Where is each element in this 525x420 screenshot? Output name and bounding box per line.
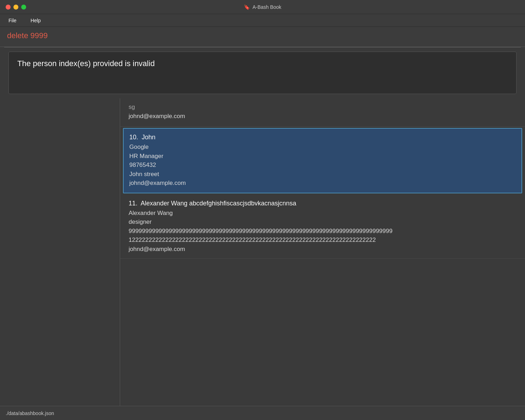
contact-address: 1222222222222222222222222222222222222222… xyxy=(129,235,517,245)
command-section: delete 9999 xyxy=(0,27,525,47)
maximize-button[interactable] xyxy=(21,5,26,10)
title-bar: 🔖 A-Bash Book xyxy=(0,0,525,14)
close-button[interactable] xyxy=(6,5,11,10)
contact-role: designer xyxy=(129,217,517,227)
window-title-container: 🔖 A-Bash Book xyxy=(244,4,282,10)
contact-phone: 9999999999999999999999999999999999999999… xyxy=(129,227,517,236)
contact-email: johnd@example.com xyxy=(129,112,517,121)
menu-help[interactable]: Help xyxy=(28,16,44,25)
list-item[interactable]: 11. Alexander Wang abcdefghishfiscascjsd… xyxy=(120,195,525,259)
result-message: The person index(es) provided is invalid xyxy=(17,59,508,68)
contact-email: johnd@example.com xyxy=(129,245,517,254)
contact-phone: 98765432 xyxy=(129,161,516,170)
panels-container: sg johnd@example.com 10. John Google HR … xyxy=(0,98,525,420)
result-section: The person index(es) provided is invalid xyxy=(0,47,525,98)
selected-contact-item[interactable]: 10. John Google HR Manager 98765432 John… xyxy=(123,128,522,193)
result-box: The person index(es) provided is invalid xyxy=(8,52,517,94)
status-bar: ./data/abashbook.json xyxy=(0,406,525,420)
app-window: 🔖 A-Bash Book File Help delete 9999 The … xyxy=(0,0,525,420)
left-panel xyxy=(0,98,120,420)
traffic-lights xyxy=(6,5,26,10)
status-path: ./data/abashbook.json xyxy=(6,410,54,416)
window-title: A-Bash Book xyxy=(253,4,282,10)
command-text: delete 9999 xyxy=(7,31,518,40)
contact-number: 10. John xyxy=(129,134,516,141)
contact-number: 11. Alexander Wang abcdefghishfiscascjsd… xyxy=(129,200,517,207)
menu-file[interactable]: File xyxy=(6,16,19,25)
title-icon: 🔖 xyxy=(244,4,250,10)
contact-role: HR Manager xyxy=(129,152,516,161)
contact-company: Alexander Wang xyxy=(129,209,517,218)
menu-bar: File Help xyxy=(0,14,525,27)
minimize-button[interactable] xyxy=(13,5,18,10)
contact-company: Google xyxy=(129,142,516,152)
contact-list[interactable]: sg johnd@example.com 10. John Google HR … xyxy=(120,98,525,420)
contact-email: johnd@example.com xyxy=(129,179,516,188)
contact-tag: sg xyxy=(129,103,517,112)
contact-address: John street xyxy=(129,170,516,179)
list-item[interactable]: sg johnd@example.com xyxy=(120,98,525,127)
